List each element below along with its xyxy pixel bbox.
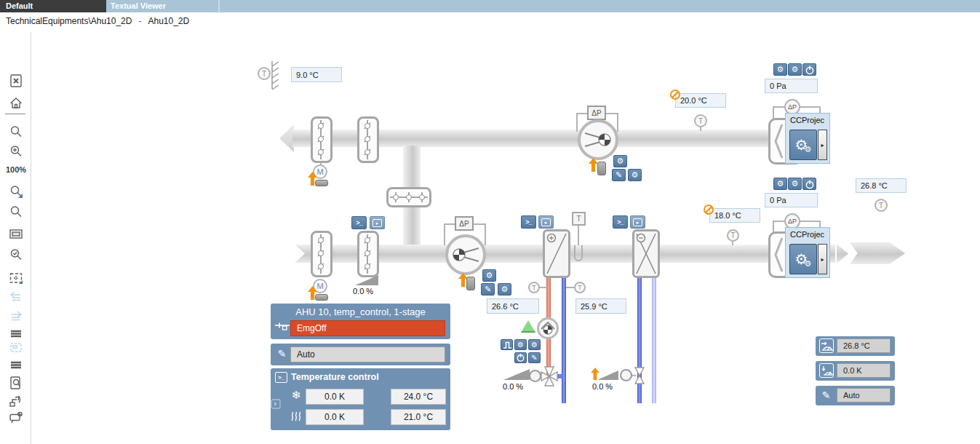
title-text: AHU 10, temp_control, 1-stage xyxy=(295,306,425,317)
cooling-coil[interactable] xyxy=(632,229,660,278)
recirculation-damper[interactable] xyxy=(386,187,431,207)
exhaust-fan-dp-sensor[interactable]: ΔP xyxy=(587,106,606,120)
right-mode-field[interactable]: Auto xyxy=(837,388,891,403)
cooling-program-button[interactable]: ▸ xyxy=(630,215,645,229)
exhaust-fan-config-button[interactable]: ⚙ xyxy=(628,169,642,181)
pump-config-button[interactable]: ⚙ xyxy=(528,339,541,350)
heating-program-button[interactable]: ▸ xyxy=(538,215,554,229)
sensor-label: T xyxy=(879,202,883,210)
fresh-air-damper-1[interactable] xyxy=(311,231,332,277)
exhaust-temp-sensor[interactable]: T xyxy=(694,114,707,127)
value-text: 26.8 °C xyxy=(843,341,870,350)
extract-temp-sensor[interactable]: T xyxy=(875,199,888,212)
emergency-switch-icon xyxy=(274,320,290,335)
pump-settings-button[interactable]: ⚙ xyxy=(514,339,527,350)
exhaust-fan-settings-button[interactable]: ⚙ xyxy=(613,155,627,167)
heating-supply-temp-sensor[interactable]: T xyxy=(528,282,540,293)
cooling-console-button[interactable]: >_ xyxy=(613,215,628,229)
cooling-setpoint-field[interactable]: 24.0 °C xyxy=(391,389,446,405)
gear-icon: ⚙ xyxy=(777,65,784,74)
expand-icon: ▸ xyxy=(821,256,824,263)
ahu-panel-title: AHU 10, temp_control, 1-stage xyxy=(271,306,450,317)
exhaust-damper-2[interactable] xyxy=(357,116,379,163)
exhaust-damper-1[interactable] xyxy=(311,116,332,163)
exhaust-temp-value: 20.0 °C xyxy=(675,93,726,108)
supply-device-expand-button[interactable]: ▸ xyxy=(818,244,827,274)
pump-pulse-button[interactable] xyxy=(501,339,513,350)
pump-power-button[interactable] xyxy=(514,352,527,363)
exhaust-device-expand-button[interactable]: ▸ xyxy=(818,130,827,160)
console-icon: >_ xyxy=(525,218,531,226)
exhaust-filter-settings-button[interactable]: ⚙ xyxy=(773,63,787,76)
value-text: 0 Pa xyxy=(770,196,786,205)
console-icon: >_ xyxy=(617,218,623,226)
heating-pump[interactable] xyxy=(537,317,559,339)
damper-actuator-device xyxy=(315,294,328,301)
value-text: Auto xyxy=(297,349,315,360)
value-text: 0 Pa xyxy=(770,82,786,90)
exhaust-filter-config-button[interactable]: ⚙ xyxy=(788,63,802,76)
sensor-label: T xyxy=(698,117,703,125)
value-text: 0.0 % xyxy=(353,287,373,296)
fresh-air-damper-2[interactable] xyxy=(357,231,379,277)
supply-temp-sensor[interactable]: T xyxy=(727,229,739,242)
cooling-valve-actuator[interactable] xyxy=(620,369,632,381)
supply-fan-edit-button[interactable]: ✎ xyxy=(481,283,495,296)
supply-device-settings-button[interactable]: ⚙⚙ xyxy=(789,244,817,274)
heating-console-button[interactable]: >_ xyxy=(521,215,536,229)
exhaust-fan-edit-button[interactable]: ✎ xyxy=(612,169,626,181)
emergency-state-field[interactable]: EmgOff xyxy=(290,320,445,336)
program-icon: ▸ xyxy=(541,218,551,226)
gear-icon: ⚙ xyxy=(792,179,799,189)
heating-deadband-field[interactable]: 0.0 K xyxy=(306,409,364,425)
pencil-icon: ✎ xyxy=(485,285,491,294)
exhaust-filter-power-button[interactable] xyxy=(802,63,816,76)
motor-label: M xyxy=(316,282,323,290)
supply-fan-device xyxy=(466,277,475,290)
console-icon: >_ xyxy=(356,219,362,226)
exhaust-device-popup: CCProjec ⚙⚙ ▸ xyxy=(785,113,830,164)
supply-filter-power-button[interactable] xyxy=(802,178,816,190)
override-arrow-icon xyxy=(591,368,599,380)
outdoor-wall-hatch-icon xyxy=(270,60,280,93)
heating-three-way-valve[interactable] xyxy=(540,365,559,390)
supply-filter-settings-button[interactable]: ⚙ xyxy=(773,178,787,190)
exhaust-pressure-value: 0 Pa xyxy=(765,79,818,93)
supply-duct-temp-sensor[interactable]: T xyxy=(572,212,586,226)
cooling-deadband-field[interactable]: 0.0 K xyxy=(306,389,364,405)
expand-icon: ▸ xyxy=(821,142,824,148)
heating-return-temp-sensor[interactable]: T xyxy=(574,282,586,293)
cooling-valve[interactable] xyxy=(634,366,645,388)
supply-air-arrow xyxy=(850,242,905,264)
gear-icon: ⚙ xyxy=(792,65,799,74)
supply-fan-dp-sensor[interactable]: ΔP xyxy=(455,216,474,231)
exhaust-device-settings-button[interactable]: ⚙⚙ xyxy=(789,130,817,160)
offset-field[interactable]: 0.0 K xyxy=(837,363,891,378)
supply-fan[interactable] xyxy=(445,234,486,275)
exhaust-fan[interactable] xyxy=(578,119,618,160)
supply-temp-value: 18.0 °C xyxy=(709,208,760,223)
gear-icon: ⚙ xyxy=(805,259,812,269)
gear-icon: ⚙ xyxy=(517,341,524,349)
pump-edit-button[interactable]: ✎ xyxy=(528,352,541,363)
outdoor-temp-sensor[interactable]: T xyxy=(258,67,271,80)
pencil-glyph: ✎ xyxy=(278,348,287,360)
cooling-return-pipe xyxy=(652,275,656,403)
supply-filter-config-button[interactable]: ⚙ xyxy=(788,178,802,190)
room-temp-field[interactable]: 26.8 °C xyxy=(837,338,891,353)
supply-fan-settings-button[interactable]: ⚙ xyxy=(482,269,496,282)
sensor-label: T xyxy=(262,70,266,78)
dp-bracket xyxy=(444,223,445,245)
value-text: 26.6 °C xyxy=(492,302,519,311)
fresh-damper-console-button[interactable]: >_ xyxy=(351,216,367,229)
fresh-damper-program-button[interactable]: ▸ xyxy=(370,216,385,229)
heating-coil[interactable] xyxy=(543,229,570,278)
supply-fan-config-button[interactable]: ⚙ xyxy=(498,283,511,296)
dp-bracket xyxy=(576,113,578,132)
fresh-damper-position: 0.0 % xyxy=(353,287,373,296)
supply-pressure-value: 0 Pa xyxy=(765,193,818,207)
heating-setpoint-field[interactable]: 21.0 °C xyxy=(391,409,446,425)
mode-field[interactable]: Auto xyxy=(290,346,445,362)
heating-waves-icon xyxy=(289,408,303,423)
sensor-stem xyxy=(539,287,547,288)
